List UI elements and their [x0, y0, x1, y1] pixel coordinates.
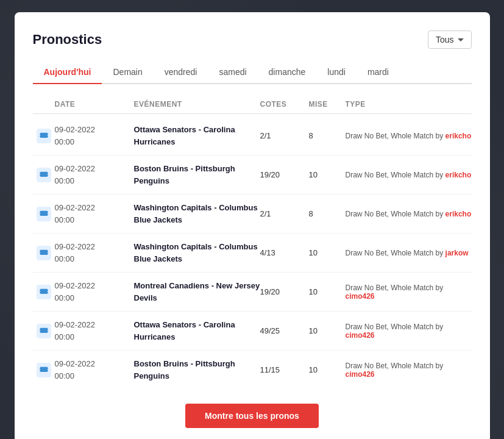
- event-cell: Boston Bruins - Pittsburgh Penguins: [134, 358, 260, 382]
- event-cell: Ottawa Senators - Carolina Hurricanes: [134, 319, 260, 343]
- cotes-cell: 2/1: [260, 131, 309, 140]
- table-row: 09-02-202200:00 Ottawa Senators - Caroli…: [33, 116, 472, 155]
- col-mise: MISE: [309, 100, 346, 109]
- date-cell: 09-02-202200:00: [55, 319, 134, 343]
- ticket-svg: [40, 210, 48, 218]
- tab-demain[interactable]: Demain: [102, 61, 153, 84]
- author-link[interactable]: erikcho: [445, 132, 472, 140]
- cotes-cell: 4/13: [260, 248, 309, 257]
- event-cell: Ottawa Senators - Carolina Hurricanes: [134, 124, 260, 148]
- table-row: 09-02-202200:00 Ottawa Senators - Caroli…: [33, 312, 472, 351]
- mise-cell: 10: [309, 170, 346, 179]
- cotes-cell: 19/20: [260, 287, 309, 296]
- tab-samedi[interactable]: samedi: [208, 61, 257, 84]
- tab-mardi[interactable]: mardi: [357, 61, 400, 84]
- show-all-button[interactable]: Montre tous les pronos: [185, 404, 319, 428]
- event-cell: Montreal Canadiens - New Jersey Devils: [134, 280, 260, 304]
- type-cell: Draw No Bet, Whole Match by cimo426: [346, 362, 472, 379]
- ticket-svg: [40, 249, 48, 257]
- date-cell: 09-02-202200:00: [55, 124, 134, 148]
- ticket-icon: [37, 363, 51, 377]
- col-event: EVÉNEMENT: [134, 100, 260, 109]
- author-link[interactable]: cimo426: [346, 292, 375, 301]
- tab-dimanche[interactable]: dimanche: [258, 61, 317, 84]
- mise-cell: 10: [309, 365, 346, 374]
- table-row: 09-02-202200:00 Washington Capitals - Co…: [33, 195, 472, 234]
- table-header: DATE EVÉNEMENT COTES MISE TYPE: [33, 96, 472, 114]
- table-row: 09-02-202200:00 Boston Bruins - Pittsbur…: [33, 155, 472, 195]
- chevron-down-icon: [458, 38, 464, 41]
- mise-cell: 10: [309, 248, 346, 257]
- col-date: DATE: [55, 100, 134, 109]
- row-icon-cell: [33, 246, 55, 260]
- date-cell: 09-02-202200:00: [55, 202, 134, 226]
- date-cell: 09-02-202200:00: [55, 358, 134, 382]
- tab-vendredi[interactable]: vendredi: [154, 61, 208, 84]
- page-title: Pronostics: [33, 32, 102, 48]
- mise-cell: 8: [309, 209, 346, 218]
- type-cell: Draw No Bet, Whole Match by cimo426: [346, 323, 472, 340]
- ticket-svg: [40, 288, 48, 296]
- row-icon-cell: [33, 129, 55, 143]
- type-cell: Draw No Bet, Whole Match by erikcho: [346, 171, 472, 179]
- cotes-cell: 49/25: [260, 326, 309, 335]
- ticket-icon: [37, 168, 51, 182]
- ticket-icon: [37, 129, 51, 143]
- row-icon-cell: [33, 285, 55, 299]
- ticket-svg: [40, 132, 48, 140]
- table-row: 09-02-202200:00 Washington Capitals - Co…: [33, 234, 472, 273]
- type-cell: Draw No Bet, Whole Match by cimo426: [346, 284, 472, 301]
- cotes-cell: 2/1: [260, 209, 309, 218]
- author-link[interactable]: jarkow: [445, 249, 469, 257]
- col-cotes: COTES: [260, 100, 309, 109]
- cotes-cell: 11/15: [260, 365, 309, 374]
- table-row: 09-02-202200:00 Boston Bruins - Pittsbur…: [33, 351, 472, 389]
- ticket-icon: [37, 324, 51, 338]
- ticket-icon: [37, 207, 51, 221]
- col-icon: [33, 100, 55, 109]
- ticket-icon: [37, 246, 51, 260]
- tab-bar: Aujourd'huiDemainvendredisamedidimanchel…: [33, 61, 472, 84]
- tab-aujourd-hui[interactable]: Aujourd'hui: [33, 61, 102, 84]
- filter-dropdown[interactable]: Tous: [428, 30, 472, 49]
- author-link[interactable]: cimo426: [346, 331, 375, 340]
- date-cell: 09-02-202200:00: [55, 163, 134, 187]
- row-icon-cell: [33, 207, 55, 221]
- mise-cell: 8: [309, 131, 346, 140]
- filter-label: Tous: [436, 35, 454, 45]
- row-icon-cell: [33, 324, 55, 338]
- author-link[interactable]: cimo426: [346, 370, 375, 379]
- card-header: Pronostics Tous: [33, 30, 472, 49]
- ticket-svg: [40, 327, 48, 335]
- row-icon-cell: [33, 168, 55, 182]
- date-cell: 09-02-202200:00: [55, 241, 134, 265]
- cotes-cell: 19/20: [260, 170, 309, 179]
- mise-cell: 10: [309, 287, 346, 296]
- author-link[interactable]: erikcho: [445, 171, 472, 179]
- table-body: 09-02-202200:00 Ottawa Senators - Caroli…: [33, 116, 472, 389]
- type-cell: Draw No Bet, Whole Match by erikcho: [346, 210, 472, 218]
- event-cell: Boston Bruins - Pittsburgh Penguins: [134, 163, 260, 187]
- event-cell: Washington Capitals - Columbus Blue Jack…: [134, 241, 260, 265]
- ticket-svg: [40, 366, 48, 374]
- ticket-icon: [37, 285, 51, 299]
- tab-lundi[interactable]: lundi: [316, 61, 357, 84]
- type-cell: Draw No Bet, Whole Match by jarkow: [346, 249, 472, 257]
- row-icon-cell: [33, 363, 55, 377]
- event-cell: Washington Capitals - Columbus Blue Jack…: [134, 202, 260, 226]
- pronostics-card: Pronostics Tous Aujourd'huiDemainvendred…: [15, 12, 490, 439]
- table-row: 09-02-202200:00 Montreal Canadiens - New…: [33, 273, 472, 312]
- date-cell: 09-02-202200:00: [55, 280, 134, 304]
- ticket-svg: [40, 171, 48, 179]
- mise-cell: 10: [309, 326, 346, 335]
- author-link[interactable]: erikcho: [445, 210, 472, 218]
- type-cell: Draw No Bet, Whole Match by erikcho: [346, 132, 472, 140]
- col-type: TYPE: [346, 100, 472, 109]
